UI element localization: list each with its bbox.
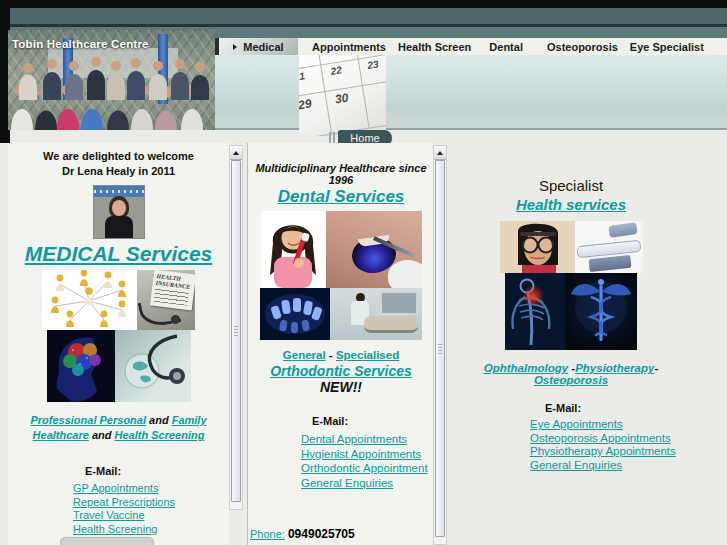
phone-link[interactable]: Phone: xyxy=(250,528,285,540)
osteoporosis-link[interactable]: Osteoporosis xyxy=(534,374,608,386)
new-badge: NEW!! xyxy=(320,379,362,395)
arrow-up-icon xyxy=(233,151,239,155)
cutoff-element xyxy=(60,537,154,545)
arrow-up-icon xyxy=(437,151,443,155)
link-general-enquiries[interactable]: General Enquiries xyxy=(530,459,695,473)
nav-tab-health-screen[interactable]: Health Screen xyxy=(398,41,471,53)
people-network-image xyxy=(42,270,137,330)
dr-healy-photo xyxy=(93,185,145,239)
tagline-link[interactable]: Health Screening xyxy=(115,429,205,441)
medical-image-grid: HEALTH INSURANCE xyxy=(41,270,196,402)
link-eye-appointments[interactable]: Eye Appointments xyxy=(530,418,695,432)
dentist-chair-image xyxy=(330,288,422,340)
scroll-thumb[interactable] xyxy=(435,160,445,537)
grip-dots-icon xyxy=(438,344,442,354)
stethoscope-globe-image xyxy=(115,330,191,402)
welcome-line-1: We are delighted to welcome xyxy=(8,149,229,164)
link-general-enquiries[interactable]: General Enquiries xyxy=(301,476,434,491)
nav-tab-dental[interactable]: Dental xyxy=(489,41,523,53)
link-dental-appointments[interactable]: Dental Appointments xyxy=(301,432,434,447)
arrow-right-icon xyxy=(233,44,237,50)
link-gp-appointments[interactable]: GP Appointments xyxy=(73,482,229,496)
medical-column-scrollbar[interactable] xyxy=(229,145,243,510)
phone-number: 0949025705 xyxy=(288,527,355,541)
link-physiotherapy-appointments[interactable]: Physiotherapy Appointments xyxy=(530,445,695,459)
email-label: E-Mail: xyxy=(8,465,229,477)
skeleton-xray-image xyxy=(505,273,565,350)
link-repeat-prescriptions[interactable]: Repeat Prescriptions xyxy=(73,496,229,510)
girl-toothbrush-image xyxy=(261,211,326,288)
scroll-up-button[interactable] xyxy=(230,146,242,160)
welcome-line-2: Dr Lena Healy in 2011 xyxy=(8,164,229,179)
grip-dots-icon xyxy=(234,326,238,336)
dental-phone-line: Phone: 0949025705 xyxy=(250,527,355,541)
caduceus-image xyxy=(565,273,637,350)
dental-image-grid xyxy=(259,211,424,340)
medical-tagline: Professional Personal and Family Healthc… xyxy=(21,413,217,443)
top-border xyxy=(0,0,727,8)
webpage-tobin-healthcare: Tobin Healthcare Centre Medical Appointm… xyxy=(0,0,727,545)
specialised-link[interactable]: Specialised xyxy=(336,349,399,361)
medical-links: GP Appointments Repeat Prescriptions Tra… xyxy=(8,482,229,536)
tagline-link[interactable]: Professional Personal xyxy=(30,414,146,426)
specialist-image-grid xyxy=(499,221,644,350)
dental-procedure-image xyxy=(326,211,422,288)
specialist-title: Specialist xyxy=(447,177,695,194)
dental-column: Multidiciplinary Healthcare since 1996 D… xyxy=(247,143,434,545)
header-band-dark xyxy=(0,8,727,24)
link-hygienist-appointments[interactable]: Hygienist Appointments xyxy=(301,447,434,462)
specialist-links: Eye Appointments Osteoporosis Appointmen… xyxy=(447,418,695,472)
specialist-column: Specialist Health services xyxy=(447,143,695,545)
email-label: E-Mail: xyxy=(447,402,695,414)
bone-density-scanner-image xyxy=(575,221,643,273)
specialist-services-line: Ophthalmology -Physiotherapy-Osteoporosi… xyxy=(447,362,695,386)
main-nav: Medical Appointments Health Screen Denta… xyxy=(215,38,727,55)
link-osteoporosis-appointments[interactable]: Osteoporosis Appointments xyxy=(530,432,695,446)
health-services-link[interactable]: Health services xyxy=(447,196,695,213)
link-orthodontic-appointment[interactable]: Orthodontic Appointment xyxy=(301,461,434,476)
calendar-image: 14 15 16 21 22 23 29 30 xyxy=(299,55,386,136)
general-link[interactable]: General xyxy=(283,349,326,361)
orthodontic-services-link[interactable]: Orthodontic Services xyxy=(270,363,412,379)
eye-exam-image xyxy=(500,221,575,273)
email-label: E-Mail: xyxy=(248,415,434,427)
health-insurance-image: HEALTH INSURANCE xyxy=(137,270,195,330)
medical-column: We are delighted to welcome Dr Lena Heal… xyxy=(8,143,229,545)
nav-tab-eye-specialist[interactable]: Eye Specialist xyxy=(630,41,704,53)
site-title: Tobin Healthcare Centre xyxy=(12,38,149,50)
nav-tab-appointments[interactable]: Appointments xyxy=(312,41,386,53)
teeth-xray-image xyxy=(260,288,330,340)
nav-tab-medical[interactable]: Medical xyxy=(219,38,298,55)
nav-tab-osteoporosis[interactable]: Osteoporosis xyxy=(547,41,618,53)
medical-services-link[interactable]: MEDICAL Services xyxy=(8,242,229,266)
dental-column-scrollbar[interactable] xyxy=(433,145,447,545)
staff-group-photo: Tobin Healthcare Centre xyxy=(8,30,215,130)
link-travel-vaccine[interactable]: Travel Vaccine xyxy=(73,509,229,523)
ophthalmology-link[interactable]: Ophthalmology xyxy=(484,362,568,374)
nav-tab-label: Medical xyxy=(243,41,283,53)
dental-links: Dental Appointments Hygienist Appointmen… xyxy=(248,432,434,490)
link-health-screening[interactable]: Health Screening xyxy=(73,523,229,537)
brain-scan-image xyxy=(47,330,115,402)
calendar-sheet: 14 15 16 21 22 23 29 30 xyxy=(299,55,386,136)
header-gradient-band xyxy=(215,55,727,130)
orthodontic-line: Orthodontic Services NEW!! xyxy=(248,363,434,395)
scroll-thumb[interactable] xyxy=(231,160,241,502)
dental-tagline: Multidiciplinary Healthcare since 1996 xyxy=(248,162,434,186)
calendar-day: 23 xyxy=(358,55,386,86)
physiotherapy-link[interactable]: Physiotherapy xyxy=(575,362,654,374)
dental-subtitle: General - Specialised xyxy=(248,349,434,361)
dental-services-link[interactable]: Dental Services xyxy=(248,187,434,207)
scroll-up-button[interactable] xyxy=(434,146,446,160)
